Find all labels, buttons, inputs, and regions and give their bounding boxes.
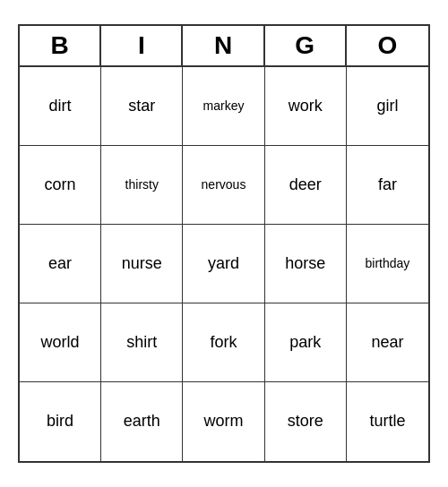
bingo-cell-r4-c4: turtle [347,382,428,461]
bingo-cell-r1-c0: corn [20,146,101,225]
bingo-cell-r2-c4: birthday [347,225,428,303]
cell-text-r3-c3: park [289,333,321,353]
bingo-cell-r0-c3: work [265,67,347,146]
header-letter-i: I [101,26,183,65]
cell-text-r2-c2: yard [208,254,239,274]
cell-text-r1-c0: corn [45,175,76,195]
bingo-header: BINGO [20,26,428,67]
cell-text-r4-c3: store [288,412,323,431]
cell-text-r0-c4: girl [376,97,398,116]
bingo-cell-r3-c2: fork [183,303,264,382]
cell-text-r2-c1: nurse [122,254,162,274]
cell-text-r3-c0: world [41,333,80,353]
bingo-card: BINGO dirtstarmarkeyworkgirlcornthirstyn… [18,24,430,463]
bingo-cell-r1-c3: deer [265,146,347,225]
bingo-cell-r4-c0: bird [20,382,101,461]
header-letter-o: O [347,26,428,65]
bingo-cell-r4-c3: store [265,382,347,461]
cell-text-r4-c1: earth [124,412,160,431]
bingo-cell-r1-c1: thirsty [101,146,183,225]
bingo-cell-r0-c2: markey [183,67,264,146]
bingo-cell-r3-c1: shirt [101,303,183,382]
bingo-cell-r0-c0: dirt [20,67,101,146]
cell-text-r3-c4: near [371,333,403,353]
cell-text-r2-c3: horse [285,254,325,274]
cell-text-r1-c4: far [378,175,397,195]
bingo-cell-r0-c4: girl [347,67,428,146]
bingo-grid: dirtstarmarkeyworkgirlcornthirstynervous… [20,67,428,461]
cell-text-r1-c3: deer [289,175,322,195]
bingo-cell-r0-c1: star [101,67,183,146]
bingo-cell-r4-c2: worm [183,382,264,461]
cell-text-r0-c2: markey [203,98,245,114]
cell-text-r4-c0: bird [47,412,73,431]
bingo-cell-r1-c4: far [347,146,428,225]
bingo-cell-r2-c3: horse [265,225,347,303]
header-letter-b: B [20,26,101,65]
bingo-cell-r3-c0: world [20,303,101,382]
cell-text-r4-c4: turtle [369,412,405,431]
bingo-cell-r4-c1: earth [101,382,183,461]
cell-text-r3-c2: fork [210,333,237,353]
cell-text-r3-c1: shirt [126,333,157,353]
bingo-cell-r3-c4: near [347,303,428,382]
bingo-cell-r2-c2: yard [183,225,264,303]
cell-text-r0-c1: star [128,97,155,116]
cell-text-r0-c3: work [289,97,323,116]
cell-text-r1-c1: thirsty [125,177,159,192]
cell-text-r1-c2: nervous [202,177,246,192]
bingo-cell-r2-c0: ear [20,225,101,303]
cell-text-r2-c4: birthday [365,256,409,271]
bingo-cell-r3-c3: park [265,303,347,382]
cell-text-r4-c2: worm [203,412,243,431]
cell-text-r2-c0: ear [48,254,72,274]
bingo-cell-r2-c1: nurse [101,225,183,303]
bingo-cell-r1-c2: nervous [183,146,264,225]
cell-text-r0-c0: dirt [49,97,72,116]
header-letter-n: N [183,26,264,65]
header-letter-g: G [265,26,347,65]
